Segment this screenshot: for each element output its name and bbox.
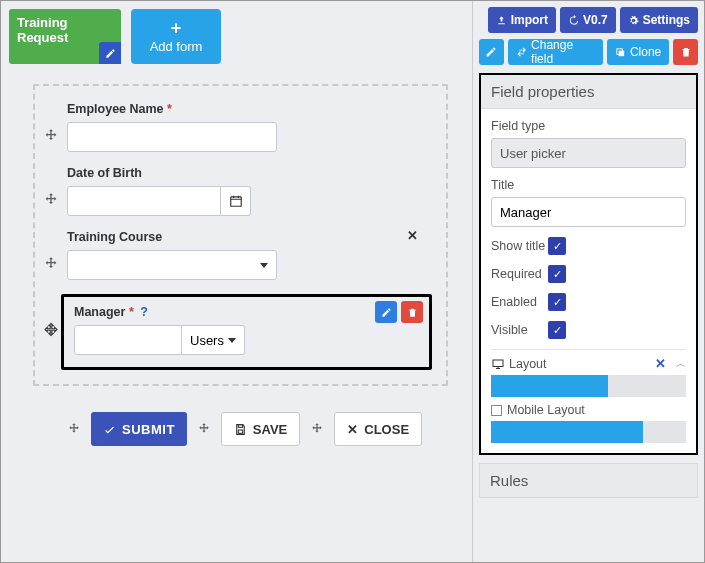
title-input[interactable] [491, 197, 686, 227]
move-handle-icon[interactable] [42, 322, 60, 340]
move-handle-icon[interactable] [43, 192, 59, 208]
save-button[interactable]: Save [221, 412, 300, 446]
field-type-label: Field type [491, 119, 686, 133]
gear-icon [628, 15, 639, 26]
title-label: Title [491, 178, 686, 192]
edit-field-button[interactable] [375, 301, 397, 323]
calendar-icon [229, 194, 243, 208]
chevron-up-icon[interactable]: ︿ [676, 357, 686, 371]
clone-button[interactable]: Clone [607, 39, 669, 65]
form-tab-label: Training Request [17, 15, 68, 45]
remove-x-icon[interactable]: ✕ [407, 228, 418, 243]
import-button[interactable]: Import [488, 7, 556, 33]
close-icon: ✕ [347, 422, 358, 437]
form-tab-training-request[interactable]: Training Request [9, 9, 121, 64]
required-star: * [167, 102, 172, 116]
pencil-icon [485, 46, 497, 58]
version-button[interactable]: V0.7 [560, 7, 616, 33]
mobile-layout-checkbox[interactable] [491, 405, 502, 416]
rules-section-header[interactable]: Rules [479, 463, 698, 498]
move-handle-icon[interactable] [67, 422, 81, 436]
field-training-course[interactable]: Training Course ✕ [49, 230, 432, 280]
svg-rect-3 [619, 50, 625, 56]
svg-rect-5 [493, 360, 503, 367]
move-handle-icon[interactable] [197, 422, 211, 436]
edit-button[interactable] [479, 39, 504, 65]
field-type-value: User picker [491, 138, 686, 168]
caret-down-icon [260, 263, 268, 268]
change-field-button[interactable]: Change field [508, 39, 603, 65]
plus-icon: + [171, 19, 182, 37]
trash-icon [407, 307, 418, 318]
field-label: Employee Name * [67, 102, 432, 116]
field-manager-selected[interactable]: Manager * ? Users [61, 294, 432, 370]
upload-icon [496, 15, 507, 26]
save-icon [234, 423, 247, 436]
field-label: Date of Birth [67, 166, 432, 180]
history-icon [568, 15, 579, 26]
field-employee-name[interactable]: Employee Name * [49, 102, 432, 152]
training-course-select[interactable] [67, 250, 277, 280]
field-properties-panel: Field properties Field type User picker … [479, 73, 698, 455]
field-date-of-birth[interactable]: Date of Birth [49, 166, 432, 216]
svg-rect-2 [238, 430, 242, 433]
swap-icon [516, 46, 527, 58]
mobile-layout-row[interactable]: Mobile Layout [491, 403, 686, 417]
move-handle-icon[interactable] [43, 256, 59, 272]
show-title-checkbox[interactable]: ✓ [548, 237, 566, 255]
required-star: * [129, 305, 134, 319]
employee-name-input[interactable] [67, 122, 277, 152]
delete-button[interactable] [673, 39, 698, 65]
mobile-layout-slider[interactable] [491, 421, 686, 443]
pencil-icon [381, 307, 392, 318]
layout-section-header[interactable]: Layout ✕ ︿ [491, 349, 686, 371]
check-icon [103, 423, 116, 436]
enabled-label: Enabled [491, 295, 537, 309]
calendar-button[interactable] [221, 186, 251, 216]
desktop-icon [491, 358, 505, 370]
svg-rect-1 [238, 424, 242, 427]
delete-field-button[interactable] [401, 301, 423, 323]
properties-panel-area: Import V0.7 Settings Change field Clone [472, 1, 704, 562]
enabled-checkbox[interactable]: ✓ [548, 293, 566, 311]
panel-title: Field properties [481, 75, 696, 109]
show-title-label: Show title [491, 239, 545, 253]
required-checkbox[interactable]: ✓ [548, 265, 566, 283]
settings-button[interactable]: Settings [620, 7, 698, 33]
add-form-button[interactable]: + Add form [131, 9, 221, 64]
submit-button[interactable]: Submit [91, 412, 187, 446]
close-button[interactable]: ✕ Close [334, 412, 422, 446]
add-form-label: Add form [150, 39, 203, 54]
trash-icon [680, 46, 692, 58]
move-handle-icon[interactable] [43, 128, 59, 144]
visible-checkbox[interactable]: ✓ [548, 321, 566, 339]
caret-down-icon [228, 338, 236, 343]
svg-rect-0 [230, 197, 241, 206]
layout-slider[interactable] [491, 375, 686, 397]
required-label: Required [491, 267, 542, 281]
form-designer-canvas-area: Training Request + Add form Employee Nam… [1, 1, 472, 562]
help-icon[interactable]: ? [140, 305, 148, 319]
form-canvas: Employee Name * Date of Birth [33, 84, 448, 386]
users-dropdown-button[interactable]: Users [182, 325, 245, 355]
edit-form-tab-button[interactable] [99, 42, 121, 64]
manager-input[interactable] [74, 325, 182, 355]
dob-input[interactable] [67, 186, 221, 216]
clone-icon [615, 47, 626, 58]
pencil-icon [105, 48, 116, 59]
visible-label: Visible [491, 323, 528, 337]
field-label: Manager * ? [74, 305, 419, 319]
layout-close-icon[interactable]: ✕ [655, 356, 666, 371]
move-handle-icon[interactable] [310, 422, 324, 436]
field-label: Training Course ✕ [67, 230, 432, 244]
